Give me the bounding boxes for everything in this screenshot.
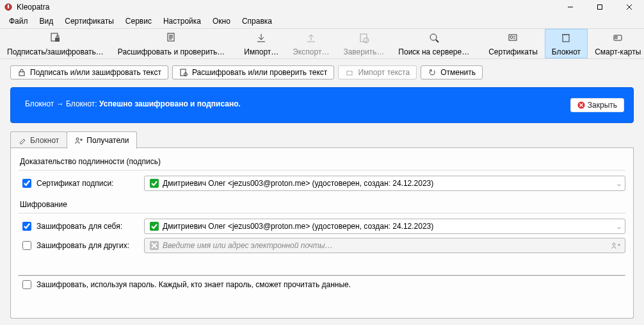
svg-point-45 (613, 243, 615, 246)
tool-decrypt-verify-label: Расшифровать и проверить… (118, 47, 225, 56)
svg-point-37 (76, 138, 79, 140)
smartcard-icon (612, 32, 624, 44)
banner-close-label: Закрыть (588, 101, 617, 110)
import-icon (255, 32, 267, 44)
banner-bold: Успешно зашифровано и подписано. (99, 99, 241, 108)
tab-notepad[interactable]: Блокнот (10, 131, 67, 149)
encrypt-others-label: Зашифровать для других: (36, 241, 139, 250)
encrypt-self-value: Дмитриевич Олег <jezus003@proton.me> (уд… (163, 222, 433, 231)
certificates-icon (507, 32, 519, 44)
tool-sign-encrypt[interactable]: Подписать/зашифровать… (0, 29, 111, 58)
tool-certificates[interactable]: Сертификаты (481, 29, 545, 58)
tool-notepad[interactable]: Блокнот (545, 29, 588, 58)
svg-rect-33 (347, 71, 352, 75)
encrypt-password-row: Зашифровать, используя пароль. Каждый, к… (22, 280, 625, 289)
tool-decrypt-verify[interactable]: Расшифровать и проверить… (111, 29, 232, 58)
export-icon (305, 32, 317, 44)
unlock-icon (179, 68, 188, 77)
encryption-group: Шифрование Зашифровать для себя: Дмитрие… (19, 200, 625, 253)
tool-import[interactable]: Импорт… (237, 29, 286, 58)
revert-button[interactable]: Отменить (421, 65, 483, 79)
certify-icon (358, 32, 369, 44)
menu-settings[interactable]: Настройка (158, 15, 206, 27)
svg-rect-40 (150, 179, 159, 188)
menu-help[interactable]: Справка (237, 15, 277, 27)
encrypt-others-input[interactable]: Введите имя или адрес электронной почты… (144, 238, 625, 253)
minimize-button[interactable] (556, 0, 585, 14)
sign-encrypt-icon (49, 32, 61, 44)
tabs: Блокнот Получатели (10, 131, 634, 148)
tool-import-label: Импорт… (244, 47, 278, 56)
lock-icon (17, 68, 26, 77)
svg-rect-31 (181, 69, 186, 76)
people-add-icon (611, 240, 621, 251)
signing-cert-value: Дмитриевич Олег <jezus003@proton.me> (уд… (163, 179, 433, 188)
svg-rect-8 (168, 33, 174, 41)
decrypt-verify-text-button[interactable]: Расшифровать и/или проверить текст (172, 65, 334, 79)
import-text-label: Импорт текста (358, 68, 410, 77)
encrypt-others-checkbox[interactable] (22, 241, 31, 250)
tab-recipients[interactable]: Получатели (67, 131, 137, 149)
svg-rect-29 (615, 37, 617, 38)
encrypt-password-checkbox[interactable] (22, 280, 31, 289)
signing-cert-checkbox[interactable] (22, 179, 31, 188)
titlebar: Kleopatra (0, 0, 644, 14)
verified-icon (149, 178, 160, 189)
encrypt-others-row: Зашифровать для других: Введите имя или … (22, 238, 625, 253)
tool-certify-label: Заверить… (343, 47, 384, 56)
revert-label: Отменить (440, 68, 476, 77)
menu-window[interactable]: Окно (207, 15, 236, 27)
recipients-panel: Доказательство подлинности (подпись) Сер… (10, 148, 634, 319)
notepad-icon (560, 32, 572, 44)
decrypt-verify-icon (166, 32, 177, 44)
svg-point-20 (510, 36, 513, 38)
tool-smartcards-label: Смарт-карты (595, 47, 641, 56)
tool-sign-encrypt-label: Подписать/зашифровать… (7, 47, 104, 56)
tab-notepad-label: Блокнот (30, 136, 59, 145)
encrypt-others-placeholder: Введите имя или адрес электронной почты… (163, 241, 333, 250)
signing-rule (19, 170, 625, 171)
encrypt-self-label: Зашифровать для себя: (36, 222, 139, 231)
people-icon (75, 137, 83, 144)
status-banner: Блокнот → Блокнот: Успешно зашифровано и… (10, 87, 634, 123)
import-text-icon (345, 68, 354, 77)
app-icon (4, 3, 13, 12)
signing-cert-row: Сертификат подписи: Дмитриевич Олег <jez… (22, 176, 625, 191)
menubar: Файл Вид Сертификаты Сервис Настройка Ок… (0, 14, 644, 28)
tool-smartcards[interactable]: Смарт-карты (588, 29, 644, 58)
sign-encrypt-text-button[interactable]: Подписать и/или зашифровать текст (10, 65, 168, 79)
chevron-down-icon: ⌵ (617, 180, 621, 187)
menu-certificates[interactable]: Сертификаты (60, 15, 119, 27)
window-controls (556, 0, 644, 14)
signing-cert-combo[interactable]: Дмитриевич Олег <jezus003@proton.me> (уд… (144, 176, 625, 191)
encrypt-self-combo[interactable]: Дмитриевич Олег <jezus003@proton.me> (уд… (144, 219, 625, 234)
tool-lookup-label: Поиск на сервере… (398, 47, 469, 56)
menu-file[interactable]: Файл (4, 15, 33, 27)
menu-service[interactable]: Сервис (120, 15, 157, 27)
menu-view[interactable]: Вид (35, 15, 59, 27)
tool-certify: Заверить… (336, 29, 391, 58)
encrypt-password-section: Зашифровать, используя пароль. Каждый, к… (19, 275, 625, 289)
action-bar: Подписать и/или зашифровать текст Расшиф… (0, 59, 644, 83)
tab-recipients-label: Получатели (86, 136, 129, 145)
tool-notepad-label: Блокнот (552, 47, 581, 56)
tool-lookup[interactable]: Поиск на сервере… (391, 29, 476, 58)
svg-rect-7 (55, 38, 60, 42)
sign-encrypt-text-label: Подписать и/или зашифровать текст (30, 68, 161, 77)
close-icon (577, 101, 585, 109)
encryption-group-label: Шифрование (20, 200, 625, 209)
bottom-rule (19, 275, 625, 276)
app-title: Kleopatra (17, 3, 49, 12)
svg-rect-23 (563, 35, 569, 42)
close-button[interactable] (615, 0, 644, 14)
banner-close-button[interactable]: Закрыть (570, 98, 624, 112)
tool-export: Экспорт… (286, 29, 336, 58)
svg-point-16 (364, 38, 369, 43)
maximize-button[interactable] (585, 0, 615, 14)
blocked-icon (149, 240, 160, 251)
encrypt-self-row: Зашифровать для себя: Дмитриевич Олег <j… (22, 219, 625, 234)
decrypt-verify-text-label: Расшифровать и/или проверить текст (192, 68, 327, 77)
encrypt-self-checkbox[interactable] (22, 222, 31, 231)
import-text-button: Импорт текста (338, 65, 417, 79)
signing-group-label: Доказательство подлинности (подпись) (20, 157, 625, 166)
